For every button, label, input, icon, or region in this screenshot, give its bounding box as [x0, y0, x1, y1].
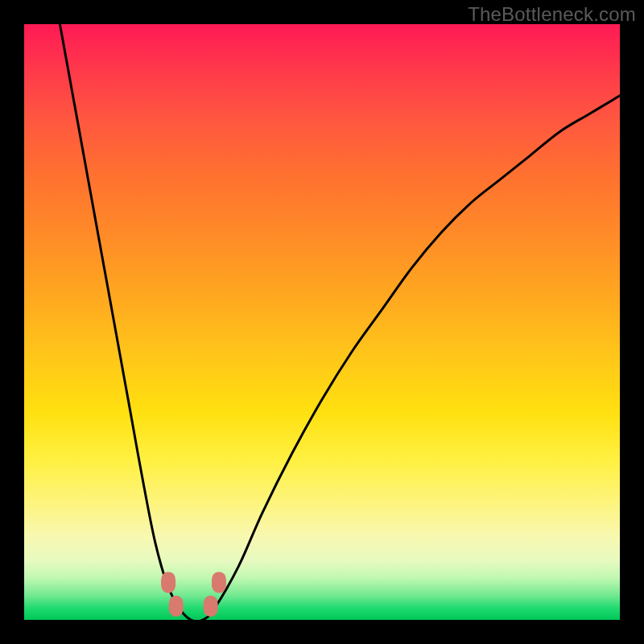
curve-markers — [161, 572, 226, 617]
chart-svg — [24, 24, 620, 620]
right-upper-marker — [212, 572, 226, 592]
left-upper-marker — [161, 572, 175, 592]
left-lower-marker — [169, 596, 184, 617]
bottleneck-curve — [60, 24, 620, 620]
watermark-text: TheBottleneck.com — [468, 3, 636, 26]
right-lower-marker — [204, 596, 218, 617]
chart-plot-area — [24, 24, 620, 620]
